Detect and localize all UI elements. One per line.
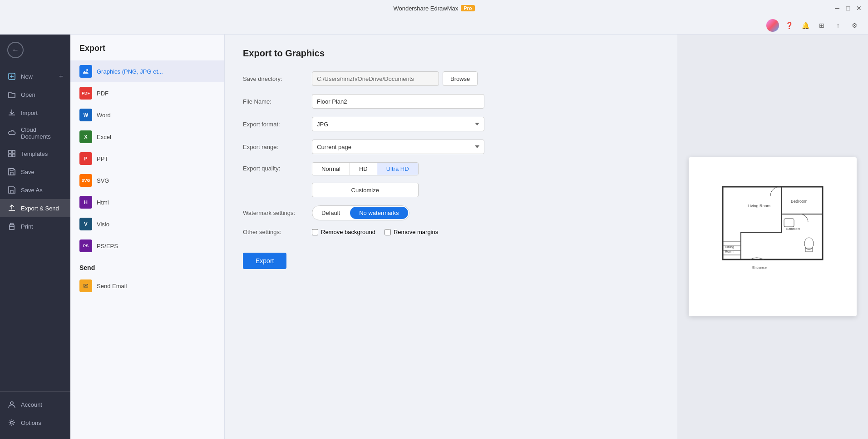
account-icon	[7, 400, 16, 409]
share-icon[interactable]: ↑	[832, 19, 844, 32]
customize-button[interactable]: Customize	[312, 183, 419, 197]
svg-rect-6	[12, 154, 15, 157]
notification-icon[interactable]: 🔔	[799, 19, 812, 32]
watermark-none-button[interactable]: No watermarks	[350, 207, 408, 219]
graphics-icon	[79, 65, 92, 78]
export-format-control: JPG PNG BMP GIF TIFF	[312, 117, 659, 131]
sidebar-item-saveas[interactable]: Save As	[0, 181, 70, 199]
excel-icon: X	[79, 130, 92, 143]
quality-hd-button[interactable]: HD	[350, 163, 377, 175]
export-format-ppt[interactable]: P PPT	[70, 148, 224, 170]
export-button[interactable]: Export	[243, 253, 286, 269]
export-format-svg[interactable]: SVG SVG	[70, 170, 224, 191]
title-bar: Wondershare EdrawMax Pro ─ □ ✕	[0, 0, 868, 16]
export-quality-control: Normal HD Ultra HD Customize	[312, 162, 659, 197]
export-panel-title: Export	[70, 35, 224, 60]
save-directory-label: Save directory:	[243, 75, 306, 82]
svg-text:Bathroom: Bathroom	[786, 227, 800, 230]
save-icon	[7, 167, 16, 176]
quality-section: Normal HD Ultra HD Customize	[312, 162, 419, 197]
visio-icon: V	[79, 218, 92, 230]
sidebar-item-new[interactable]: New +	[0, 67, 70, 85]
new-icon	[7, 72, 16, 81]
svg-rect-9	[10, 190, 13, 193]
maximize-button[interactable]: □	[844, 5, 852, 12]
minimize-button[interactable]: ─	[833, 5, 841, 12]
top-toolbar: ❓ 🔔 ⊞ ↑ ⚙	[0, 16, 868, 35]
svg-file-icon: SVG	[79, 174, 92, 187]
export-format-word[interactable]: W Word	[70, 104, 224, 126]
cloud-icon	[7, 129, 16, 138]
svg-rect-3	[9, 150, 11, 153]
preview-card: Living Room Bedroom Bathroom Dining Room…	[689, 157, 857, 316]
svg-text:Bedroom: Bedroom	[791, 199, 808, 204]
export-range-select[interactable]: Current page All pages Selected pages	[312, 140, 484, 154]
export-format-select[interactable]: JPG PNG BMP GIF TIFF	[312, 117, 484, 131]
other-settings-label: Other settings:	[243, 229, 306, 235]
back-button[interactable]: ←	[7, 42, 24, 58]
sidebar-item-templates[interactable]: Templates	[0, 145, 70, 163]
svg-rect-24	[784, 219, 794, 227]
sidebar-item-import[interactable]: Import	[0, 104, 70, 122]
file-name-label: File Name:	[243, 98, 306, 105]
file-name-input[interactable]	[312, 94, 484, 109]
pseps-icon: PS	[79, 239, 92, 252]
ppt-icon: P	[79, 152, 92, 165]
sidebar-item-save[interactable]: Save	[0, 163, 70, 181]
sidebar-back: ←	[0, 35, 70, 65]
export-format-visio[interactable]: V Visio	[70, 213, 224, 235]
svg-text:Entrance: Entrance	[752, 265, 767, 269]
remove-margins-input[interactable]	[385, 229, 391, 235]
open-icon	[7, 90, 16, 99]
send-email-item[interactable]: ✉ Send Email	[70, 275, 224, 297]
help-icon[interactable]: ❓	[783, 19, 795, 32]
svg-text:Living Room: Living Room	[748, 204, 770, 208]
remove-background-input[interactable]	[312, 229, 318, 235]
svg-text:Room: Room	[725, 250, 734, 253]
export-icon	[7, 204, 16, 213]
other-settings-control: Remove background Remove margins	[312, 229, 659, 235]
quality-ultrahd-button[interactable]: Ultra HD	[377, 162, 419, 175]
export-format-list: Graphics (PNG, JPG et... PDF PDF W Word …	[70, 60, 224, 257]
export-button-row: Export	[243, 244, 659, 269]
watermark-group: Default No watermarks	[312, 205, 409, 220]
browse-button[interactable]: Browse	[443, 71, 478, 86]
email-icon: ✉	[79, 279, 92, 292]
export-range-row: Export range: Current page All pages Sel…	[243, 140, 659, 154]
quality-group: Normal HD Ultra HD	[312, 162, 419, 175]
checkbox-group: Remove background Remove margins	[312, 229, 438, 235]
settings-icon[interactable]: ⚙	[848, 19, 861, 32]
app-title: Wondershare EdrawMax Pro	[393, 5, 474, 12]
export-format-html[interactable]: H Html	[70, 191, 224, 213]
remove-margins-checkbox[interactable]: Remove margins	[385, 229, 438, 235]
svg-rect-10	[10, 227, 14, 229]
pro-badge: Pro	[461, 5, 474, 11]
export-format-graphics[interactable]: Graphics (PNG, JPG et...	[70, 60, 224, 82]
sidebar-nav: New + Open Import	[0, 65, 70, 391]
sidebar-item-export[interactable]: Export & Send	[0, 199, 70, 217]
quality-normal-button[interactable]: Normal	[312, 163, 350, 175]
export-range-label: Export range:	[243, 144, 306, 150]
close-button[interactable]: ✕	[855, 5, 863, 12]
sidebar-item-open[interactable]: Open	[0, 85, 70, 104]
sidebar-item-account[interactable]: Account	[0, 395, 70, 414]
export-quality-row: Export quality: Normal HD Ultra HD Custo…	[243, 162, 659, 197]
avatar[interactable]	[766, 19, 779, 32]
export-format-excel[interactable]: X Excel	[70, 126, 224, 148]
sidebar-item-cloud[interactable]: Cloud Documents	[0, 122, 70, 145]
svg-rect-16	[723, 187, 823, 259]
remove-background-checkbox[interactable]: Remove background	[312, 229, 375, 235]
import-icon	[7, 108, 16, 117]
floor-plan-preview: Living Room Bedroom Bathroom Dining Room…	[709, 173, 836, 300]
svg-text:Dining: Dining	[725, 245, 734, 249]
watermark-default-button[interactable]: Default	[312, 207, 349, 219]
save-directory-input[interactable]	[312, 71, 439, 86]
sidebar-item-options[interactable]: Options	[0, 414, 70, 432]
export-format-pdf[interactable]: PDF PDF	[70, 82, 224, 104]
sidebar-item-print[interactable]: Print	[0, 217, 70, 235]
svg-point-15	[86, 69, 88, 71]
templates-icon	[7, 149, 16, 158]
file-name-control	[312, 94, 659, 109]
export-format-pseps[interactable]: PS PS/EPS	[70, 235, 224, 257]
apps-icon[interactable]: ⊞	[815, 19, 828, 32]
